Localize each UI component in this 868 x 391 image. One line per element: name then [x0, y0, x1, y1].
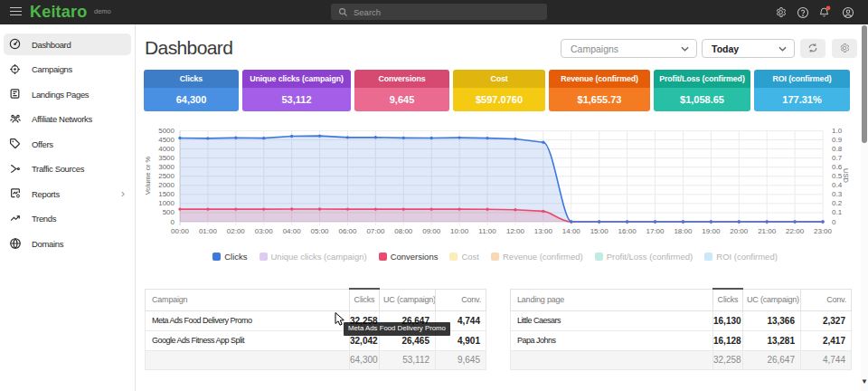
svg-text:07:00: 07:00: [366, 227, 385, 235]
svg-text:0.6: 0.6: [832, 163, 843, 171]
svg-text:0.4: 0.4: [832, 181, 843, 189]
svg-text:03:00: 03:00: [255, 227, 274, 235]
svg-text:05:00: 05:00: [311, 227, 330, 235]
svg-text:08:00: 08:00: [394, 227, 413, 235]
svg-text:2500: 2500: [158, 172, 175, 180]
svg-text:3500: 3500: [158, 154, 175, 162]
svg-text:1500: 1500: [158, 190, 175, 198]
svg-text:19:00: 19:00: [702, 227, 721, 235]
svg-text:12:00: 12:00: [506, 227, 525, 235]
svg-text:23:00: 23:00: [814, 227, 833, 235]
svg-text:0.7: 0.7: [832, 154, 843, 162]
svg-text:2000: 2000: [158, 181, 175, 189]
svg-text:0: 0: [832, 218, 836, 226]
svg-text:04:00: 04:00: [283, 227, 302, 235]
svg-text:4000: 4000: [158, 145, 175, 153]
svg-text:0.8: 0.8: [832, 145, 843, 153]
svg-text:14:00: 14:00: [562, 227, 581, 235]
svg-text:1.0: 1.0: [832, 127, 843, 135]
svg-text:Volume or %: Volume or %: [144, 156, 152, 195]
svg-text:500: 500: [163, 208, 175, 216]
svg-text:01:00: 01:00: [199, 227, 218, 235]
svg-text:16:00: 16:00: [618, 227, 637, 235]
svg-text:00:00: 00:00: [171, 227, 190, 235]
svg-text:0.2: 0.2: [832, 199, 843, 207]
svg-text:5000: 5000: [158, 127, 175, 135]
svg-text:02:00: 02:00: [227, 227, 246, 235]
svg-text:0: 0: [171, 218, 175, 226]
svg-text:09:00: 09:00: [422, 227, 441, 235]
svg-text:4500: 4500: [158, 136, 175, 144]
svg-text:20:00: 20:00: [730, 227, 749, 235]
svg-text:1000: 1000: [158, 199, 175, 207]
svg-text:11:00: 11:00: [478, 227, 496, 235]
svg-text:0.1: 0.1: [832, 208, 843, 216]
svg-text:13:00: 13:00: [534, 227, 553, 235]
svg-text:10:00: 10:00: [450, 227, 469, 235]
svg-text:USD: USD: [842, 168, 850, 183]
svg-text:15:00: 15:00: [590, 227, 609, 235]
svg-text:22:00: 22:00: [786, 227, 805, 235]
svg-text:0.9: 0.9: [832, 136, 843, 144]
svg-text:0.5: 0.5: [832, 172, 843, 180]
svg-text:17:00: 17:00: [646, 227, 665, 235]
svg-text:0.3: 0.3: [832, 190, 843, 198]
svg-text:18:00: 18:00: [674, 227, 693, 235]
svg-text:3000: 3000: [158, 163, 175, 171]
svg-text:06:00: 06:00: [338, 227, 357, 235]
svg-text:21:00: 21:00: [758, 227, 777, 235]
